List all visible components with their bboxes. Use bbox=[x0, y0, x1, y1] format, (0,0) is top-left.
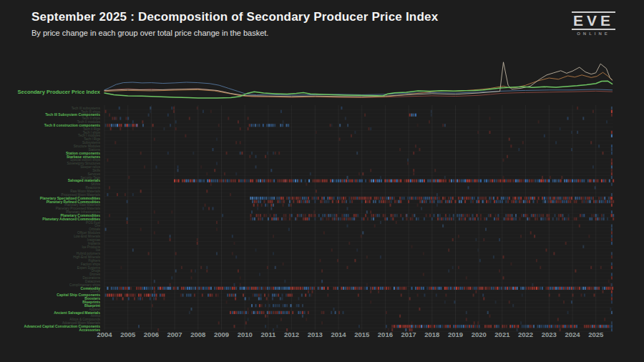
heatmap-cell bbox=[512, 214, 513, 217]
heatmap-cell bbox=[611, 169, 613, 172]
heatmap-cell bbox=[321, 200, 322, 203]
heatmap-cell bbox=[337, 287, 338, 290]
heatmap-cell bbox=[492, 180, 493, 182]
heatmap-cell bbox=[580, 180, 581, 182]
heatmap-cell bbox=[127, 200, 128, 203]
heatmap-cell bbox=[275, 294, 277, 297]
heatmap-cell bbox=[582, 117, 584, 119]
heatmap-cell bbox=[510, 287, 512, 290]
heatmap-cell bbox=[521, 200, 522, 203]
heatmap-cell bbox=[155, 297, 157, 300]
heatmap-cell bbox=[257, 207, 258, 210]
heatmap-cell bbox=[265, 315, 266, 318]
heatmap-cell bbox=[280, 124, 281, 127]
heatmap-cell bbox=[505, 180, 507, 182]
heatmap-cell bbox=[444, 325, 445, 328]
heatmap-cell bbox=[435, 180, 436, 182]
heatmap-cell bbox=[463, 325, 464, 328]
heatmap-cell bbox=[611, 214, 613, 217]
heatmap-cell bbox=[444, 124, 446, 127]
heatmap-cell bbox=[607, 217, 608, 220]
heatmap-cell bbox=[611, 210, 613, 213]
heatmap-cell bbox=[568, 217, 570, 220]
heatmap-cell bbox=[361, 197, 362, 200]
heatmap-cell bbox=[552, 217, 554, 220]
heatmap-cell bbox=[251, 210, 253, 213]
heatmap-cell bbox=[206, 270, 208, 273]
series-line-index-blue bbox=[104, 82, 613, 95]
heatmap-cell bbox=[384, 197, 385, 200]
heatmap-cell bbox=[210, 183, 212, 186]
heatmap-cell bbox=[283, 263, 284, 265]
heatmap-cell bbox=[128, 287, 130, 290]
heatmap-cell bbox=[517, 200, 519, 203]
heatmap-cell bbox=[447, 325, 449, 328]
heatmap-cell bbox=[122, 297, 124, 300]
heatmap-cell bbox=[260, 294, 262, 297]
heatmap-cell bbox=[577, 197, 578, 200]
heatmap-cell bbox=[611, 110, 613, 113]
heatmap-cell bbox=[251, 124, 253, 127]
heatmap-cell bbox=[313, 287, 315, 290]
heatmap-cell bbox=[324, 214, 326, 217]
heatmap-cell bbox=[409, 325, 411, 328]
heatmap-cell bbox=[221, 180, 223, 182]
heatmap-cell bbox=[453, 217, 454, 220]
heatmap-cell bbox=[556, 200, 557, 203]
heatmap-cell bbox=[367, 217, 369, 220]
heatmap-cell bbox=[439, 325, 441, 328]
heatmap-cell bbox=[251, 152, 253, 155]
heatmap-cell bbox=[593, 214, 595, 217]
heatmap-cell bbox=[308, 200, 310, 203]
heatmap-cell bbox=[499, 270, 500, 273]
year-label: 2009 bbox=[214, 331, 229, 338]
heatmap-cell bbox=[258, 197, 259, 200]
heatmap-cell bbox=[452, 238, 454, 241]
heatmap-cell bbox=[308, 217, 310, 220]
heatmap-cell bbox=[603, 325, 605, 328]
heatmap-cell bbox=[599, 217, 600, 220]
heatmap-cell bbox=[252, 180, 253, 182]
heatmap-cell bbox=[109, 294, 110, 297]
heatmap-cell bbox=[280, 110, 282, 113]
heatmap-cell bbox=[326, 180, 328, 182]
heatmap-cell bbox=[452, 287, 454, 290]
heatmap-cell bbox=[502, 200, 503, 203]
heatmap-cell bbox=[606, 120, 608, 123]
heatmap-cell bbox=[401, 294, 402, 297]
heatmap-cell bbox=[488, 214, 489, 217]
heatmap-cell bbox=[253, 287, 255, 290]
heatmap-cell bbox=[587, 325, 589, 328]
heatmap-cell bbox=[391, 217, 392, 220]
heatmap-cell bbox=[550, 200, 552, 203]
heatmap-cell bbox=[177, 169, 179, 172]
heatmap-cell bbox=[523, 200, 525, 203]
heatmap-cell bbox=[208, 294, 209, 297]
heatmap-cell bbox=[337, 197, 338, 200]
heatmap-cell bbox=[437, 200, 439, 203]
heatmap-cell bbox=[472, 180, 474, 182]
heatmap-cell bbox=[306, 200, 308, 203]
heatmap-cell bbox=[270, 207, 272, 210]
heatmap-cell bbox=[132, 124, 134, 127]
heatmap-cell bbox=[276, 311, 278, 314]
heatmap-cell bbox=[262, 217, 263, 220]
heatmap-cell bbox=[439, 217, 441, 220]
heatmap-cell bbox=[263, 180, 265, 182]
heatmap-cell bbox=[197, 287, 198, 290]
heatmap-cell bbox=[321, 180, 322, 182]
heatmap-cell bbox=[548, 214, 550, 217]
heatmap-cell bbox=[270, 287, 272, 290]
heatmap-cell bbox=[445, 294, 447, 297]
heatmap-cell bbox=[252, 217, 253, 220]
year-label: 2008 bbox=[190, 331, 205, 338]
heatmap-cell bbox=[366, 197, 368, 200]
heatmap-cell bbox=[283, 287, 284, 290]
heatmap-cell bbox=[249, 124, 250, 127]
heatmap-cell bbox=[354, 287, 356, 290]
heatmap-cell bbox=[409, 297, 411, 300]
heatmap-cell bbox=[439, 287, 440, 290]
heatmap-cell bbox=[163, 127, 165, 130]
heatmap-cell bbox=[327, 294, 328, 297]
heatmap-cell bbox=[572, 294, 574, 297]
